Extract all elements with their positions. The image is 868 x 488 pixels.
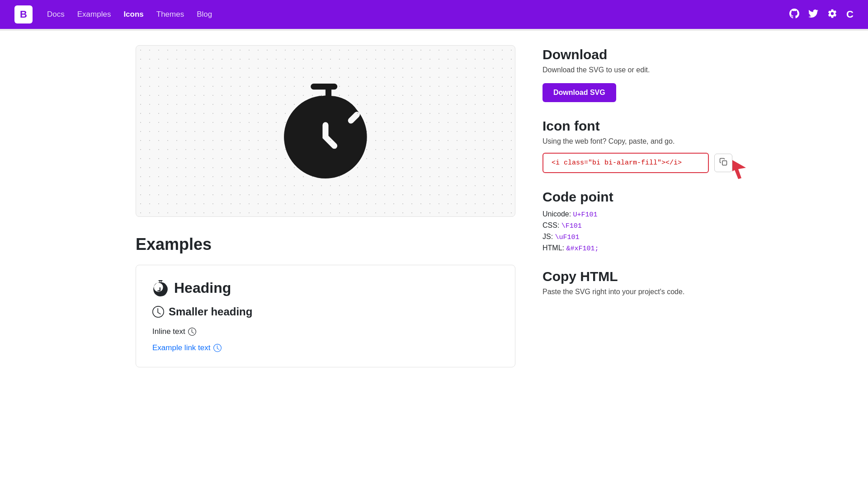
copy-icon-font-button[interactable] bbox=[714, 154, 732, 172]
js-line: JS: \uF101 bbox=[542, 233, 732, 241]
copy-html-title: Copy HTML bbox=[542, 269, 732, 284]
nav-examples[interactable]: Examples bbox=[77, 10, 111, 19]
link-label: Example link text bbox=[152, 343, 211, 352]
unicode-label: Unicode: bbox=[542, 210, 571, 218]
nav-icons[interactable]: Icons bbox=[123, 10, 143, 19]
unicode-line: Unicode: U+F101 bbox=[542, 210, 732, 219]
css-line: CSS: \F101 bbox=[542, 221, 732, 230]
icon-font-code-row: <i class="bi bi-alarm-fill"></i> bbox=[542, 153, 732, 173]
css-label: CSS: bbox=[542, 221, 559, 229]
svg-marker-1 bbox=[732, 160, 746, 179]
css-value: \F101 bbox=[561, 222, 582, 230]
alarm-icon-inline bbox=[188, 328, 196, 336]
example-heading1: Heading bbox=[152, 280, 499, 296]
example-heading2: Smaller heading bbox=[152, 305, 499, 318]
alarm-icon-link bbox=[213, 344, 222, 352]
examples-section: Examples Heading Smaller heading Inline … bbox=[136, 235, 515, 367]
icon-preview-area bbox=[136, 45, 515, 217]
code-point-title: Code point bbox=[542, 189, 732, 205]
page-content: Examples Heading Smaller heading Inline … bbox=[118, 31, 750, 382]
settings-icon[interactable] bbox=[827, 9, 837, 21]
examples-title: Examples bbox=[136, 235, 515, 254]
color-icon[interactable]: C bbox=[846, 9, 854, 20]
copy-icon bbox=[719, 158, 727, 166]
inline-label: Inline text bbox=[152, 327, 185, 336]
twitter-icon[interactable] bbox=[808, 9, 818, 21]
nav-themes[interactable]: Themes bbox=[156, 10, 184, 19]
download-title: Download bbox=[542, 47, 732, 62]
heading1-text: Heading bbox=[174, 280, 231, 296]
left-panel: Examples Heading Smaller heading Inline … bbox=[136, 45, 515, 367]
unicode-value: U+F101 bbox=[573, 211, 598, 219]
example-inline: Inline text bbox=[152, 327, 499, 336]
cursor-arrow bbox=[730, 158, 753, 184]
copy-html-description: Paste the SVG right into your project's … bbox=[542, 288, 732, 296]
heading2-text: Smaller heading bbox=[169, 305, 252, 318]
svg-rect-0 bbox=[722, 161, 727, 165]
icon-font-description: Using the web font? Copy, paste, and go. bbox=[542, 137, 732, 145]
icon-font-title: Icon font bbox=[542, 118, 732, 134]
example-link[interactable]: Example link text bbox=[152, 343, 499, 352]
js-label: JS: bbox=[542, 233, 553, 240]
alarm-icon-h1 bbox=[152, 280, 169, 296]
html-value: &#xF101; bbox=[566, 245, 599, 253]
html-label: HTML: bbox=[542, 244, 564, 252]
nav-links: Docs Examples Icons Themes Blog bbox=[47, 10, 789, 19]
red-arrow-icon bbox=[730, 158, 753, 180]
right-panel: Download Download the SVG to use or edit… bbox=[542, 45, 732, 367]
site-logo[interactable]: B bbox=[14, 5, 33, 23]
download-description: Download the SVG to use or edit. bbox=[542, 66, 732, 74]
js-value: \uF101 bbox=[555, 234, 580, 241]
alarm-fill-large bbox=[278, 84, 373, 178]
icon-font-code: <i class="bi bi-alarm-fill"></i> bbox=[542, 153, 709, 173]
examples-box: Heading Smaller heading Inline text Exam… bbox=[136, 265, 515, 367]
html-line: HTML: &#xF101; bbox=[542, 244, 732, 253]
nav-blog[interactable]: Blog bbox=[197, 10, 212, 19]
code-point-section: Code point Unicode: U+F101 CSS: \F101 JS… bbox=[542, 189, 732, 253]
github-icon[interactable] bbox=[789, 9, 799, 21]
copy-html-section: Copy HTML Paste the SVG right into your … bbox=[542, 269, 732, 296]
alarm-icon-h2 bbox=[152, 306, 164, 318]
nav-docs[interactable]: Docs bbox=[47, 10, 65, 19]
download-svg-button[interactable]: Download SVG bbox=[542, 83, 616, 102]
nav-right-icons: C bbox=[789, 9, 854, 21]
